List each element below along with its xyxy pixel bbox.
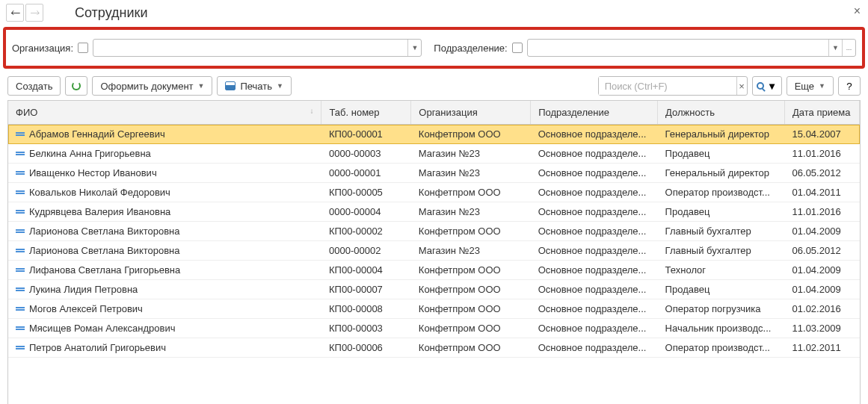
row-icon <box>16 171 25 177</box>
refresh-icon <box>72 81 81 90</box>
dept-filter-dropdown[interactable]: ▼ <box>828 40 842 56</box>
print-label: Печать <box>240 81 272 92</box>
table-row[interactable]: Мясищев Роман АлександровичКП00-00003Кон… <box>8 319 860 338</box>
table-row[interactable]: Петров Анатолий ГригорьевичКП00-00006Кон… <box>8 338 860 358</box>
search-box[interactable]: × <box>598 76 748 96</box>
more-button[interactable]: Еще ▼ <box>787 76 834 96</box>
toolbar: Создать Оформить документ ▼ Печать ▼ × ▼… <box>0 72 868 100</box>
row-icon <box>16 288 25 293</box>
search-button[interactable]: ▼ <box>752 76 782 96</box>
refresh-button[interactable] <box>65 76 87 96</box>
search-icon <box>757 82 764 90</box>
row-icon <box>16 190 25 196</box>
table-row[interactable]: Ларионова Светлана ВикторовнаКП00-00002К… <box>8 222 860 241</box>
col-header-tab[interactable]: Таб. номер <box>321 101 411 125</box>
table-row[interactable]: Ларионова Светлана Викторовна0000-00002М… <box>8 241 860 261</box>
col-header-fio[interactable]: ФИО ↓ <box>8 101 321 125</box>
row-icon <box>16 307 25 313</box>
row-icon <box>16 210 25 216</box>
dept-filter-value[interactable] <box>528 40 828 56</box>
dept-filter-ellipsis[interactable]: ... <box>842 40 855 56</box>
chevron-down-icon: ▼ <box>767 81 777 92</box>
form-document-label: Оформить документ <box>100 81 193 92</box>
sort-indicator: ↓ <box>310 107 313 115</box>
employee-table-wrap: ФИО ↓ Таб. номер Организация Подразделен… <box>7 100 861 404</box>
row-icon <box>16 268 25 274</box>
filter-panel: Организация: ▼ Подразделение: ▼ ... <box>3 27 865 69</box>
create-label: Создать <box>16 81 52 92</box>
table-row[interactable]: Ковальков Николай ФедоровичКП00-00005Кон… <box>8 183 860 202</box>
more-label: Еще <box>795 81 814 92</box>
table-row[interactable]: Абрамов Геннадий СергеевичКП00-00001Конф… <box>8 125 860 144</box>
table-row[interactable]: Лифанова Светлана ГригорьевнаКП00-00004К… <box>8 261 860 280</box>
help-button[interactable]: ? <box>838 76 861 96</box>
col-header-org[interactable]: Организация <box>411 101 531 125</box>
forward-button[interactable]: 🡒 <box>25 4 43 22</box>
table-row[interactable]: Белкина Анна Григорьевна0000-00003Магази… <box>8 144 860 164</box>
create-button[interactable]: Создать <box>7 76 61 96</box>
chevron-down-icon: ▼ <box>198 82 205 90</box>
org-filter-dropdown[interactable]: ▼ <box>407 40 421 56</box>
table-row[interactable]: Кудрявцева Валерия Ивановна0000-00004Маг… <box>8 202 860 222</box>
close-button[interactable]: × <box>854 4 861 18</box>
col-header-dept[interactable]: Подразделение <box>531 101 658 125</box>
dept-filter-checkbox[interactable] <box>512 43 523 53</box>
form-document-button[interactable]: Оформить документ ▼ <box>92 76 212 96</box>
org-filter-checkbox[interactable] <box>78 43 88 53</box>
chevron-down-icon: ▼ <box>277 82 283 90</box>
page-title: Сотрудники <box>75 5 148 21</box>
search-clear[interactable]: × <box>736 77 747 95</box>
org-filter-input[interactable]: ▼ <box>93 39 422 57</box>
row-icon <box>16 152 25 158</box>
print-button[interactable]: Печать ▼ <box>217 76 292 96</box>
org-filter-value[interactable] <box>93 40 407 56</box>
chevron-down-icon: ▼ <box>819 82 825 90</box>
row-icon <box>16 229 25 235</box>
print-icon <box>225 81 236 90</box>
dept-filter-label: Подразделение: <box>434 43 507 54</box>
table-row[interactable]: Могов Алексей ПетровичКП00-00008Конфетпр… <box>8 299 860 319</box>
search-input[interactable] <box>599 77 736 95</box>
table-row[interactable]: Иващенко Нестор Иванович0000-00001Магази… <box>8 164 860 183</box>
row-icon <box>16 132 25 138</box>
table-row[interactable]: Лукина Лидия ПетровнаКП00-00007Конфетпро… <box>8 280 860 299</box>
org-filter-label: Организация: <box>12 43 73 54</box>
col-header-pos[interactable]: Должность <box>658 101 785 125</box>
help-label: ? <box>846 81 852 92</box>
col-header-date[interactable]: Дата приема <box>785 101 860 125</box>
back-button[interactable]: 🡐 <box>6 4 24 22</box>
dept-filter-input[interactable]: ▼ ... <box>527 39 856 57</box>
row-icon <box>16 346 25 352</box>
employee-table: ФИО ↓ Таб. номер Организация Подразделен… <box>8 101 860 358</box>
row-icon <box>16 249 25 255</box>
row-icon <box>16 326 25 332</box>
